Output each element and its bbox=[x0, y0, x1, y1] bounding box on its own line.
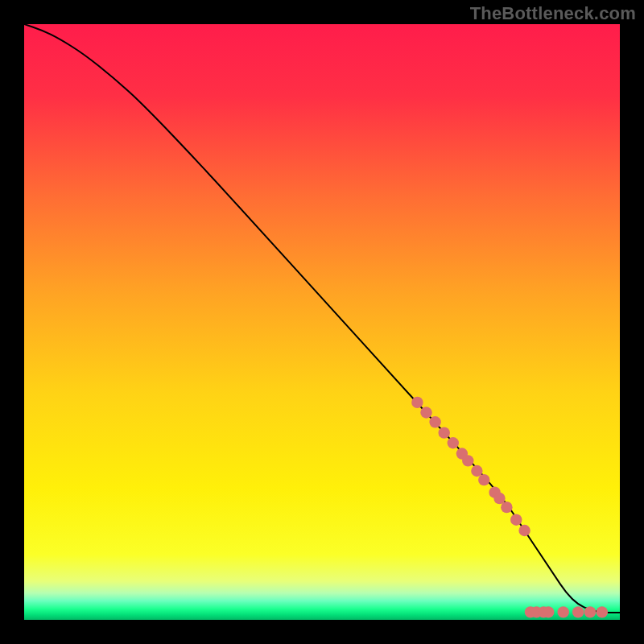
data-marker bbox=[448, 437, 459, 448]
data-marker bbox=[501, 502, 512, 513]
data-marker bbox=[518, 525, 530, 536]
data-marker bbox=[429, 416, 440, 427]
data-marker bbox=[510, 514, 522, 525]
data-marker bbox=[411, 397, 423, 408]
data-marker bbox=[558, 606, 569, 617]
marker-group bbox=[411, 397, 608, 618]
data-marker bbox=[543, 606, 554, 617]
data-marker bbox=[478, 474, 489, 485]
data-marker bbox=[572, 606, 584, 617]
data-marker bbox=[462, 455, 473, 466]
data-marker bbox=[439, 427, 450, 438]
chart-svg bbox=[24, 24, 620, 620]
plot-area bbox=[24, 24, 620, 620]
data-marker bbox=[597, 606, 608, 617]
watermark-text: TheBottleneck.com bbox=[470, 3, 636, 24]
data-marker bbox=[584, 606, 596, 617]
curve-path bbox=[24, 24, 620, 613]
data-marker bbox=[420, 407, 431, 418]
chart-frame: TheBottleneck.com bbox=[0, 0, 644, 644]
